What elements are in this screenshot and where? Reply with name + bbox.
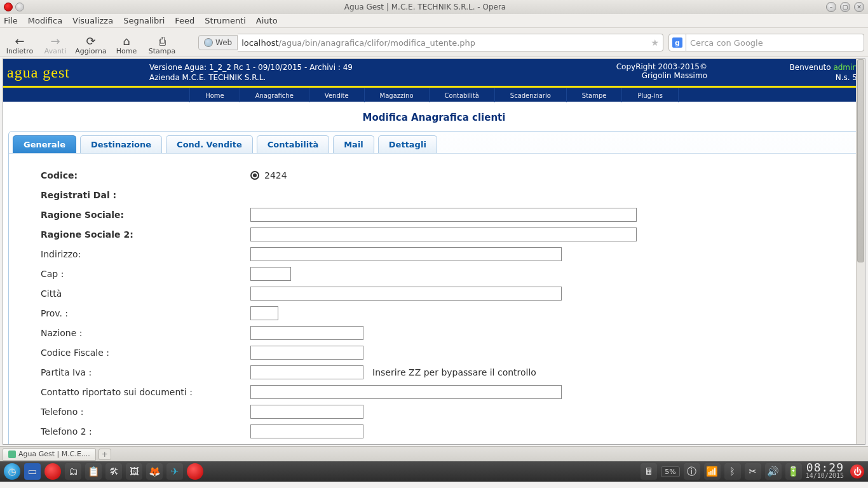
os-taskbar: ◷ ▭ 🗂 📋 🛠 🖼 🦊 ✈ 🖩 5% ⓘ 📶 ᛒ ✂ 🔊 🔋 08:29 1… <box>0 461 868 482</box>
tray-shutdown-icon[interactable]: ⏻ <box>850 464 864 478</box>
label-nazione: Nazione : <box>41 328 250 338</box>
tab-contabilita[interactable]: Contabilità <box>257 135 329 153</box>
input-cap[interactable] <box>250 267 291 281</box>
search-engine-icon[interactable]: g <box>668 34 686 51</box>
tray-sound-icon[interactable]: 🔊 <box>765 463 782 480</box>
app-logo: agua gest <box>3 60 143 86</box>
tab-favicon-icon <box>8 451 16 458</box>
taskbar-files-icon[interactable]: ▭ <box>24 463 41 480</box>
tray-calc-icon[interactable]: 🖩 <box>641 463 657 480</box>
url-path: /agua/bin/anagrafica/clifor/modifica_ute… <box>279 38 476 48</box>
window-tab-label: Agua Gest | M.C.E.... <box>18 450 90 458</box>
tab-destinazione[interactable]: Destinazione <box>80 135 162 153</box>
input-citta[interactable] <box>250 287 562 301</box>
taskbar-settings-icon[interactable]: 🛠 <box>105 463 122 480</box>
label-contatto: Contatto riportato sui documenti : <box>41 387 250 397</box>
tray-power-icon[interactable]: 🔋 <box>785 463 802 480</box>
tray-cut-icon[interactable]: ✂ <box>745 463 761 480</box>
menu-bookmarks[interactable]: Segnalibri <box>123 16 165 25</box>
new-tab-button[interactable]: + <box>98 449 111 460</box>
tab-mail[interactable]: Mail <box>333 135 374 153</box>
welcome-label: Benvenuto <box>790 63 831 72</box>
tray-clock[interactable]: 08:29 14/10/2015 <box>806 463 844 480</box>
current-user: admin <box>833 63 857 72</box>
input-piva[interactable] <box>250 365 363 379</box>
input-contatto[interactable] <box>250 385 562 399</box>
home-button[interactable]: ⌂Home <box>111 29 142 55</box>
reload-icon: ⟳ <box>86 36 95 47</box>
menu-tools[interactable]: Strumenti <box>205 16 246 25</box>
menu-feed[interactable]: Feed <box>175 16 194 25</box>
tray-info-icon[interactable]: ⓘ <box>684 463 700 480</box>
window-tab-active[interactable]: Agua Gest | M.C.E.... <box>3 448 96 461</box>
opera-icon <box>4 3 13 11</box>
close-button[interactable]: ✕ <box>854 2 864 12</box>
nav-plugins[interactable]: Plug-ins <box>622 88 678 102</box>
author: Grigolin Massimo <box>578 71 707 80</box>
tab-cond-vendite[interactable]: Cond. Vendite <box>166 135 253 153</box>
start-menu-icon[interactable]: ◷ <box>4 463 20 480</box>
bookmark-star-icon[interactable]: ★ <box>651 37 659 48</box>
label-piva: Partita Iva : <box>41 367 250 377</box>
tray-bt-icon[interactable]: ᛒ <box>724 463 741 480</box>
web-badge[interactable]: Web <box>198 35 238 50</box>
maximize-button[interactable]: ▢ <box>840 2 850 12</box>
opera-gray-icon <box>15 3 24 11</box>
page-title: Modifica Anagrafica clienti <box>3 112 865 123</box>
nav-vendite[interactable]: Vendite <box>309 88 365 102</box>
globe-icon <box>204 38 213 47</box>
menu-view[interactable]: Visualizza <box>72 16 113 25</box>
taskbar-firefox-icon[interactable]: 🦊 <box>146 463 163 480</box>
print-button[interactable]: ⎙Stampa <box>146 29 178 55</box>
taskbar-opera2-icon[interactable] <box>187 463 203 480</box>
address-bar[interactable]: localhost/agua/bin/anagrafica/clifor/mod… <box>238 34 663 51</box>
url-host: localhost <box>241 38 278 48</box>
input-ragione2[interactable] <box>250 227 637 241</box>
back-button[interactable]: ←Indietro <box>4 29 36 55</box>
arrow-right-icon: → <box>50 36 60 47</box>
nav-scadenziario[interactable]: Scadenziario <box>495 88 567 102</box>
tab-dettagli[interactable]: Dettagli <box>378 135 437 153</box>
vertical-scrollbar[interactable] <box>856 59 865 444</box>
forward-button[interactable]: →Avanti <box>39 29 71 55</box>
menu-file[interactable]: File <box>4 16 18 25</box>
taskbar-app1-icon[interactable]: 🗂 <box>65 463 81 480</box>
nav-stampe[interactable]: Stampe <box>567 88 623 102</box>
search-input[interactable]: Cerca con Google <box>686 34 864 51</box>
taskbar-app3-icon[interactable]: 🖼 <box>126 463 142 480</box>
radio-codice[interactable] <box>250 171 259 180</box>
menu-help[interactable]: Aiuto <box>256 16 278 25</box>
taskbar-telegram-icon[interactable]: ✈ <box>166 463 183 480</box>
label-codice: Codice: <box>41 170 250 180</box>
reload-button[interactable]: ⟳Aggiorna <box>75 29 107 55</box>
browser-tabstrip: Agua Gest | M.C.E.... + <box>0 446 868 461</box>
nav-anagrafiche[interactable]: Anagrafiche <box>240 88 309 102</box>
label-citta: Città <box>41 288 250 299</box>
app-nav: Home Anagrafiche Vendite Magazzino Conta… <box>3 88 865 102</box>
tray-wifi-icon[interactable]: 📶 <box>704 463 721 480</box>
input-prov[interactable] <box>250 306 278 320</box>
minimize-button[interactable]: – <box>826 2 836 12</box>
input-cf[interactable] <box>250 346 363 360</box>
nav-home[interactable]: Home <box>189 88 240 102</box>
ns-label: N.s. 5 <box>720 72 857 83</box>
input-ragione[interactable] <box>250 208 637 222</box>
taskbar-opera-icon[interactable] <box>44 463 61 480</box>
input-tel2[interactable] <box>250 424 363 438</box>
input-indirizzo[interactable] <box>250 247 562 261</box>
hint-piva: Inserire ZZ per bypassare il controllo <box>372 367 536 377</box>
tab-generale[interactable]: Generale <box>13 135 76 153</box>
label-cap: Cap : <box>41 269 250 279</box>
input-nazione[interactable] <box>250 326 363 340</box>
taskbar-app2-icon[interactable]: 📋 <box>85 463 102 480</box>
browser-toolbar: ←Indietro →Avanti ⟳Aggiorna ⌂Home ⎙Stamp… <box>0 28 868 57</box>
menu-edit[interactable]: Modifica <box>28 16 62 25</box>
tray-battery[interactable]: 5% <box>661 466 679 477</box>
nav-magazzino[interactable]: Magazzino <box>365 88 430 102</box>
tabs-panel: Generale Destinazione Cond. Vendite Cont… <box>8 131 860 445</box>
input-tel[interactable] <box>250 405 363 419</box>
page-viewport: agua gest Versione Agua: 1_2_2 Rc 1 - 09… <box>3 58 865 445</box>
nav-contabilita[interactable]: Contabilità <box>430 88 495 102</box>
os-titlebar: Agua Gest | M.C.E. TECHNIK S.R.L. - Oper… <box>0 0 868 14</box>
label-ragione: Ragione Sociale: <box>41 210 250 220</box>
